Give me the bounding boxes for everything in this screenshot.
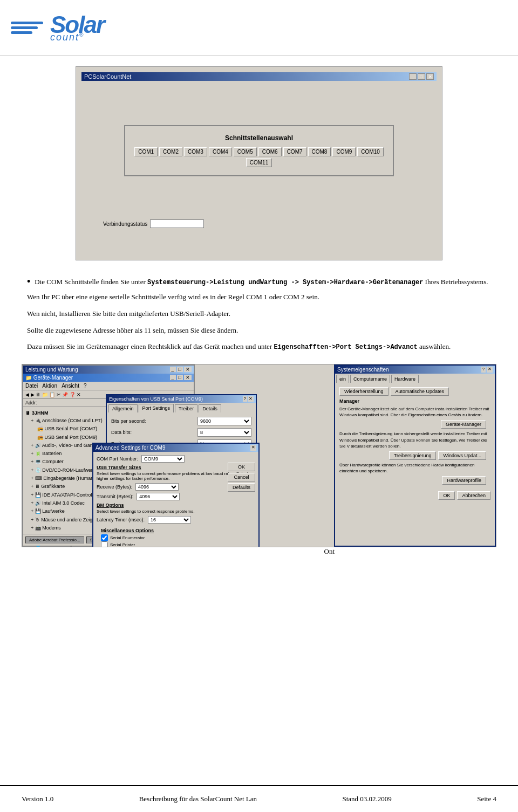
adv-latency-row: Latency Timer (msec): 16 (97, 516, 255, 524)
port-dialog-title: Eigenschaften von USB Serial Port (COM9)… (107, 395, 256, 403)
menu-datei[interactable]: Datei (25, 383, 38, 389)
para-4-bold: Eigenschafften->Port Setings->Advanct (274, 343, 417, 351)
win-titlebar: PCSolarCountNet _ □ ✕ (81, 72, 437, 81)
maximize-btn[interactable]: □ (418, 73, 425, 80)
com8-btn[interactable]: COM8 (308, 147, 331, 156)
win-controls: _ □ ✕ (409, 73, 434, 80)
footer-description: Beschreibung für das SolarCount Net Lan (139, 795, 257, 803)
dm-maximize[interactable]: □ (177, 367, 183, 372)
dm-titlebar: 📁 Geräte-Manager _ □ ✕ (23, 374, 194, 382)
port-row-bps: Bits per second: 9600 (111, 417, 251, 425)
tab-treiber[interactable]: Treiber (175, 404, 197, 412)
stripe-2 (11, 26, 38, 29)
menu-aktion[interactable]: Aktion (42, 383, 57, 389)
dm-close[interactable]: ✕ (184, 367, 192, 372)
com9-btn[interactable]: COM9 (332, 147, 356, 156)
minimize-btn[interactable]: _ (409, 73, 417, 80)
wiederherstellung-btn[interactable]: Wiederherstellung (339, 387, 388, 396)
com10-btn[interactable]: COM10 (357, 147, 383, 156)
adv-receive-label: Receive (Bytes): (97, 484, 132, 490)
advanced-title-text: Advanced Settings for COM9 (96, 445, 166, 451)
serial-printer-checkbox[interactable] (101, 541, 108, 547)
com2-btn[interactable]: COM2 (159, 147, 182, 156)
logo-count: count® (50, 32, 104, 42)
com11-btn[interactable]: COM11 (246, 158, 272, 167)
sys-help[interactable]: ? (481, 367, 486, 373)
adv-com-row: COM Port Number: COM9 (97, 455, 255, 463)
dm-max2[interactable]: □ (177, 375, 183, 380)
win-inner: Schnittstellenauswahl COM1 COM2 COM3 COM… (81, 82, 437, 254)
dm-min2[interactable]: _ (170, 375, 176, 380)
sys-titlebar: Systemeigenschaften ? ✕ (335, 366, 495, 374)
para-3: Sollte die zugewiesene Adresse höher als… (22, 325, 496, 336)
com-buttons-row: COM1 COM2 COM3 COM4 COM5 COM6 COM7 COM8 … (133, 147, 385, 167)
para-4-suffix: auswählen. (418, 342, 451, 350)
adv-transmit-row: Transmit (Bytes): 4096 (97, 493, 255, 500)
menu-ansicht[interactable]: Ansicht (62, 383, 79, 389)
misc-serial-enum: Serial Enumerator (101, 534, 154, 541)
sys-tab-computername[interactable]: Computername (350, 375, 390, 383)
com3-btn[interactable]: COM3 (184, 147, 207, 156)
adv-cancel-btn[interactable]: Cancel (228, 473, 255, 481)
header: Solar count® (0, 0, 518, 56)
adv-latency-select[interactable]: 16 (148, 516, 191, 524)
port-help[interactable]: ? (243, 396, 247, 402)
treibersignierung-btn[interactable]: Treibersignierung (389, 451, 437, 460)
misc-right: Miscellaneous Options Serial Enumerator … (101, 526, 154, 547)
databits-select[interactable]: 8 (197, 428, 251, 437)
adv-defaults-btn[interactable]: Defaults (228, 483, 255, 492)
close-btn[interactable]: ✕ (426, 73, 434, 80)
com4-btn[interactable]: COM4 (209, 147, 232, 156)
logo-container: Solar count® (11, 13, 104, 42)
com-dialog: Schnittstellenauswahl COM1 COM2 COM3 COM… (124, 125, 394, 176)
bullet-item-1: • Die COM Schnittstelle finden Sie unter… (22, 277, 496, 287)
com5-btn[interactable]: COM5 (234, 147, 257, 156)
adv-com-label: COM Port Number: (97, 456, 138, 462)
sys-abbrechen-btn[interactable]: Abbrechen (457, 491, 490, 500)
tab-details[interactable]: Details (199, 404, 221, 412)
advanced-dialog: Advanced Settings for COM9 ✕ COM Port Nu… (92, 443, 260, 547)
port-tabs: Allgemein Port Settings Treiber Details (107, 403, 256, 412)
bullet-text-1: Die COM Schnittstelle finden Sie unter S… (35, 277, 488, 287)
adv-ok-btn[interactable]: OK (228, 463, 255, 471)
sys-content: Wiederherstellung Automatische Updates M… (335, 383, 495, 505)
tab-port-settings[interactable]: Port Settings (139, 404, 174, 412)
geraete-manager-btn[interactable]: Geräte-Manager (441, 420, 486, 429)
tab-allgemein[interactable]: Allgemein (108, 404, 138, 412)
para-4: Dazu müssen Sie im Gerätemanager einen R… (22, 341, 496, 353)
taskbar-app-adobe[interactable]: Adobe Acrobat Professio... (25, 536, 84, 543)
sys-manager-text: Der Geräte-Manager listet alle auf dem C… (339, 406, 490, 418)
adv-btns: OK Cancel Defaults (228, 463, 255, 492)
dm-title: 📁 Geräte-Manager (25, 375, 73, 381)
serial-enum-checkbox[interactable] (101, 534, 108, 541)
windows-update-btn[interactable]: Windows Updat... (438, 451, 486, 460)
hardwareprofile-btn[interactable]: Hardwareprofile (442, 476, 486, 485)
sys-tab-ein[interactable]: ein (336, 375, 349, 383)
advanced-close[interactable]: ✕ (250, 445, 256, 451)
adv-com-select[interactable]: COM9 (141, 455, 185, 463)
sys-tab-hardware[interactable]: Hardware (391, 375, 419, 383)
bps-select[interactable]: 9600 (197, 417, 251, 425)
misc-options: Miscellaneous Options Serial Enumerator … (97, 526, 255, 547)
dm-close2[interactable]: ✕ (184, 375, 192, 380)
com6-btn[interactable]: COM6 (258, 147, 282, 156)
com1-btn[interactable]: COM1 (134, 147, 158, 156)
adv-receive-select[interactable]: 4096 (135, 483, 179, 491)
sys-close[interactable]: ✕ (487, 367, 493, 373)
sys-hw-text: Über Hardwareprofile können Sie verschie… (339, 462, 490, 474)
com7-btn[interactable]: COM7 (283, 147, 306, 156)
win-title: PCSolarCountNet (84, 73, 131, 80)
databits-label: Data bits: (111, 430, 132, 435)
dm-menu: Datei Aktion Ansicht ? (23, 382, 194, 390)
dm-minimize[interactable]: _ (170, 367, 176, 372)
menu-help[interactable]: ? (84, 383, 87, 389)
footer: Version 1.0 Beschreibung für das SolarCo… (0, 785, 518, 812)
sys-ok-btn[interactable]: OK (438, 491, 455, 500)
advanced-title: Advanced Settings for COM9 ✕ (93, 444, 258, 452)
sys-treiber-text: Durch die Treibersignierung kann sicherg… (339, 431, 490, 449)
adv-transmit-select[interactable]: 4096 (137, 493, 180, 500)
auto-updates-btn[interactable]: Automatische Updates (391, 387, 449, 396)
footer-version: Version 1.0 (22, 795, 53, 803)
port-close[interactable]: ✕ (248, 396, 254, 402)
footer-date: Stand 03.02.2009 (342, 795, 391, 803)
